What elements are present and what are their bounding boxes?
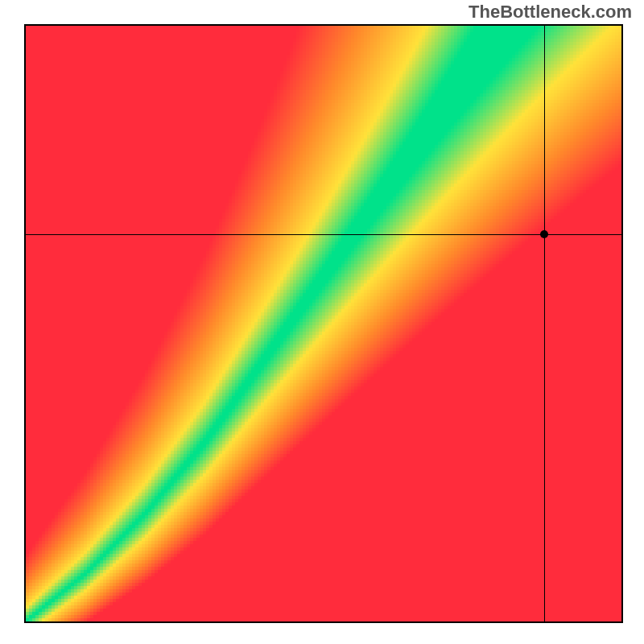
crosshair-horizontal: [26, 234, 621, 235]
crosshair-vertical: [544, 26, 545, 621]
chart-container: TheBottleneck.com: [0, 0, 644, 644]
heatmap-canvas: [26, 26, 621, 621]
watermark-text: TheBottleneck.com: [469, 2, 632, 23]
crosshair-dot: [540, 230, 548, 238]
heatmap-plot-area: [24, 24, 623, 623]
